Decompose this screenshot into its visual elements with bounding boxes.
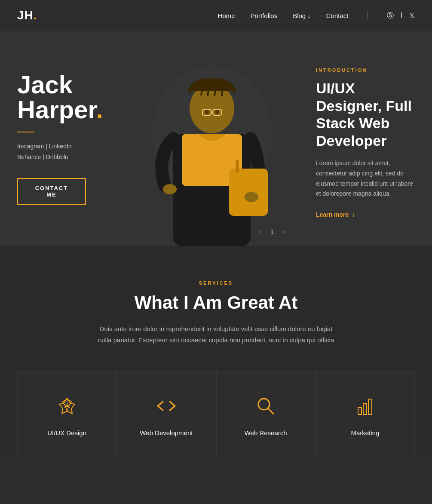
services-title: What I Am Great At <box>17 292 415 313</box>
learn-more-label: Learn more <box>316 211 349 218</box>
code-icon <box>153 393 179 419</box>
hero-image-area: ← 1 → <box>120 31 303 246</box>
services-label: SERVICES <box>17 280 415 286</box>
hero-name-dot: . <box>96 95 103 123</box>
hero-right: INTRODUCTION UI/UX Designer, Full Stack … <box>303 31 432 246</box>
service-name-marketing: Marketing <box>351 429 379 436</box>
search-icon <box>253 393 279 419</box>
service-name-ui-ux: UI/UX Design <box>47 429 86 436</box>
hero-description: Lorem ipsum dolor sit amet, consectetur … <box>316 158 415 199</box>
hero-social-links: Instagram | LinkedIn Behance | Dribbble <box>17 141 103 163</box>
hero-links-line2: Behance | Dribbble <box>17 152 103 163</box>
bar-chart-icon <box>352 393 378 419</box>
hero-left: Jack Harper. Instagram | LinkedIn Behanc… <box>0 31 120 246</box>
nav-social-icons: Ⓢ f 𝕏 <box>387 11 415 20</box>
svg-rect-14 <box>236 160 239 173</box>
hero-name: Jack Harper. <box>17 72 103 122</box>
learn-more-arrow-icon: ↓ <box>352 211 355 218</box>
services-section: SERVICES What I Am Great At Duis aute ir… <box>0 246 432 457</box>
svg-line-19 <box>268 408 273 414</box>
nav-home[interactable]: Home <box>218 12 235 19</box>
svg-rect-21 <box>363 403 367 415</box>
logo-initials: JH <box>17 9 34 22</box>
svg-point-15 <box>163 184 177 194</box>
nav-links: Home Portfolios Blog ↓ Contact Ⓢ f 𝕏 <box>218 11 415 20</box>
hero-name-line2: Harper <box>17 95 96 123</box>
contact-me-button[interactable]: CONTACT ME <box>17 178 86 205</box>
service-cards: UI/UX Design Web Development Web Researc… <box>17 371 415 457</box>
svg-line-12 <box>222 81 223 96</box>
hero-title: UI/UX Designer, Full Stack Web Developer <box>316 80 415 150</box>
nav-divider <box>368 11 368 20</box>
svg-point-4 <box>205 109 209 114</box>
svg-rect-20 <box>358 408 362 415</box>
hero-name-line1: Jack <box>17 71 73 98</box>
service-card-web-research[interactable]: Web Research <box>216 371 316 457</box>
logo-dot: . <box>34 9 37 22</box>
svg-point-16 <box>245 192 258 202</box>
service-name-web-research: Web Research <box>245 429 287 436</box>
slide-indicator: ← 1 → <box>258 228 286 236</box>
service-name-web-dev: Web Development <box>140 429 193 436</box>
skype-icon[interactable]: Ⓢ <box>387 11 394 20</box>
navbar: JH. Home Portfolios Blog ↓ Contact Ⓢ f 𝕏 <box>0 0 432 31</box>
nav-contact[interactable]: Contact <box>326 12 349 19</box>
learn-more-link[interactable]: Learn more ↓ <box>316 211 415 218</box>
person-svg <box>143 48 281 246</box>
twitter-icon[interactable]: 𝕏 <box>409 12 415 20</box>
hero-person-figure <box>139 48 285 246</box>
service-card-marketing[interactable]: Marketing <box>316 371 415 457</box>
hero-section: Jack Harper. Instagram | LinkedIn Behanc… <box>0 31 432 246</box>
logo[interactable]: JH. <box>17 9 37 22</box>
nav-blog[interactable]: Blog ↓ <box>293 12 311 19</box>
svg-point-17 <box>66 405 68 407</box>
prev-slide-button[interactable]: ← <box>258 228 265 236</box>
svg-rect-22 <box>368 399 372 415</box>
service-card-ui-ux[interactable]: UI/UX Design <box>17 371 116 457</box>
svg-rect-13 <box>229 169 268 216</box>
hero-divider <box>17 132 34 132</box>
facebook-icon[interactable]: f <box>401 12 402 19</box>
service-card-web-dev[interactable]: Web Development <box>116 371 216 457</box>
nav-portfolios[interactable]: Portfolios <box>251 12 278 19</box>
hero-links-line1: Instagram | LinkedIn <box>17 141 103 152</box>
pen-tool-icon <box>54 393 80 419</box>
svg-point-5 <box>215 109 219 114</box>
intro-label: INTRODUCTION <box>316 68 415 73</box>
services-description: Duis aute irure dolor in reprehenderit i… <box>96 323 337 345</box>
next-slide-button[interactable]: → <box>279 228 286 236</box>
slide-number: 1 <box>270 228 274 235</box>
